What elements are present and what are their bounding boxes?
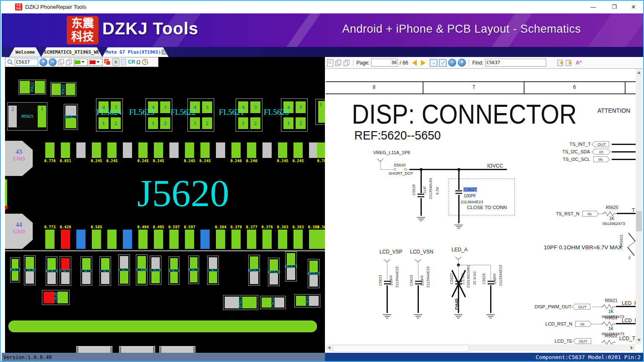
- tab-schematics[interactable]: SCHEMATICS_XT1965_WE: [41, 47, 102, 57]
- connector-pad[interactable]: [61, 142, 70, 158]
- gnd-pad-44[interactable]: 44 GND: [5, 214, 33, 249]
- connector-pad[interactable]: [278, 230, 287, 249]
- find-input[interactable]: [485, 59, 546, 67]
- connector-pad[interactable]: [45, 230, 55, 249]
- page-icon[interactable]: [327, 59, 333, 67]
- connector-pad[interactable]: [123, 142, 132, 158]
- component-vr5631[interactable]: VR5631: [308, 259, 319, 288]
- connector-pad[interactable]: [278, 142, 287, 158]
- connector-pad[interactable]: [247, 230, 256, 249]
- component-r5623[interactable]: R5623: [10, 257, 20, 282]
- label-toggle-icon[interactable]: a: [112, 58, 119, 66]
- page-number-input[interactable]: [371, 59, 398, 67]
- connector-pad[interactable]: [247, 142, 256, 158]
- fit-page-icon[interactable]: ⤢: [439, 59, 447, 67]
- layers-icon[interactable]: [104, 59, 111, 65]
- copy-bottom-icon[interactable]: [66, 59, 73, 65]
- connector-pad[interactable]: [231, 142, 241, 158]
- connector-pad[interactable]: [169, 142, 179, 158]
- cap-ref-highlighted[interactable]: C5637: [463, 187, 477, 192]
- connector-pad[interactable]: [154, 142, 163, 158]
- next-page-icon[interactable]: [421, 60, 426, 66]
- gnd-pad-43[interactable]: 43 GND: [5, 141, 33, 176]
- connector-pad[interactable]: [61, 230, 70, 249]
- prev-page-icon[interactable]: [412, 60, 417, 66]
- connector-pad[interactable]: [262, 230, 272, 249]
- connector-pad[interactable]: [138, 230, 148, 249]
- connector-pad[interactable]: [293, 230, 303, 249]
- component-c5631[interactable]: C5631: [294, 294, 320, 308]
- connector-pad[interactable]: [169, 230, 179, 249]
- tab-moto-g7[interactable]: Moto G7 Plus(XT1965) ✕: [102, 47, 169, 57]
- component-c5638[interactable]: C5638: [24, 255, 36, 285]
- horizontal-scrollbar[interactable]: [326, 344, 636, 351]
- connector-pad[interactable]: [262, 142, 272, 158]
- history-clock-icon[interactable]: [142, 59, 148, 65]
- component-c5633[interactable]: C5633: [260, 296, 286, 309]
- connector-pad[interactable]: [216, 142, 225, 158]
- component-e5622[interactable]: E5622: [188, 256, 199, 284]
- component-c5620[interactable]: C5620: [150, 256, 161, 285]
- component-vr5627[interactable]: VR5627: [64, 104, 78, 130]
- connector-pad[interactable]: [138, 142, 148, 158]
- connector-pad[interactable]: [185, 142, 194, 158]
- component-vr5621[interactable]: VR5621: [285, 251, 297, 282]
- component-vr5625[interactable]: 2 1 VR5625: [7, 102, 47, 131]
- close-button[interactable]: ✕: [627, 3, 640, 12]
- component-vr5620[interactable]: VR5620: [268, 258, 280, 286]
- component-vr5624[interactable]: VR5624: [46, 256, 57, 286]
- scrollbar-thumb[interactable]: [636, 211, 642, 231]
- component-vr5623[interactable]: VR5623: [223, 295, 258, 310]
- component-r5622[interactable]: R5622: [18, 80, 46, 95]
- connector-pad[interactable]: [76, 230, 86, 249]
- schematic-page[interactable]: 8 7 6 DISP: CONNECTOR REF:5620--5650 ATT…: [326, 69, 636, 344]
- maximize-button[interactable]: ❐: [608, 3, 621, 12]
- fit-width-icon[interactable]: ↔: [430, 59, 437, 67]
- component-c5624[interactable]: C5624: [99, 256, 111, 286]
- scrollbar-thumb[interactable]: [332, 345, 469, 352]
- connector-pad[interactable]: [123, 230, 132, 249]
- connector-pad[interactable]: [92, 142, 101, 158]
- zoom-in-button[interactable]: +: [458, 59, 466, 67]
- pcb-canvas[interactable]: 2 1 VR5625 VR5627 1 43 GND 44 GND: [5, 67, 325, 353]
- connector-pad[interactable]: [200, 142, 210, 158]
- cr-tool-button[interactable]: CR: [128, 59, 135, 65]
- component-edge-partial[interactable]: 1: [315, 99, 325, 125]
- connector-pad[interactable]: [231, 230, 241, 249]
- copy-top-icon[interactable]: [58, 59, 65, 65]
- component-r5621[interactable]: R5621: [50, 82, 76, 96]
- copy-page-icon[interactable]: [335, 59, 342, 66]
- connector-pad[interactable]: [107, 142, 117, 158]
- chevron-down-icon[interactable]: [81, 61, 85, 63]
- tab-close-icon[interactable]: ✕: [161, 49, 167, 55]
- find-previous-icon[interactable]: [556, 59, 563, 66]
- connector-pad[interactable]: [293, 142, 303, 158]
- bottom-layer-color-picker[interactable]: [89, 59, 103, 66]
- font-size-icon[interactable]: Aa: [576, 59, 582, 66]
- connector-pad[interactable]: [45, 142, 55, 158]
- connector-pad[interactable]: [92, 230, 101, 249]
- component-e5623[interactable]: E5623: [169, 256, 179, 285]
- component-c5628[interactable]: C5628: [42, 290, 70, 305]
- pcb-search-input[interactable]: [15, 59, 38, 66]
- top-layer-color-picker[interactable]: [74, 59, 88, 66]
- scroll-right-icon[interactable]: [631, 346, 633, 349]
- zoom-out-button[interactable]: −: [448, 59, 456, 67]
- tab-welcome[interactable]: Welcome: [9, 47, 41, 57]
- component-vr5622[interactable]: VR5622: [248, 255, 260, 286]
- component-c5623[interactable]: C5623: [80, 256, 92, 286]
- connector-pad[interactable]: [185, 230, 194, 249]
- zoom-in-button[interactable]: +: [39, 58, 47, 66]
- copy-page-icon[interactable]: [343, 59, 350, 66]
- scroll-up-icon[interactable]: [637, 71, 641, 74]
- component-e2400[interactable]: E2400: [136, 254, 148, 285]
- connector-pad[interactable]: [200, 230, 210, 249]
- vertical-scrollbar[interactable]: [636, 69, 642, 344]
- minimize-button[interactable]: —: [587, 3, 600, 12]
- find-next-icon[interactable]: [566, 59, 573, 66]
- connector-pad[interactable]: [216, 230, 225, 249]
- scroll-left-icon[interactable]: [328, 346, 330, 349]
- connector-pad[interactable]: [107, 230, 117, 249]
- connector-pad[interactable]: [76, 142, 86, 158]
- component-c5625[interactable]: C5625: [118, 254, 130, 285]
